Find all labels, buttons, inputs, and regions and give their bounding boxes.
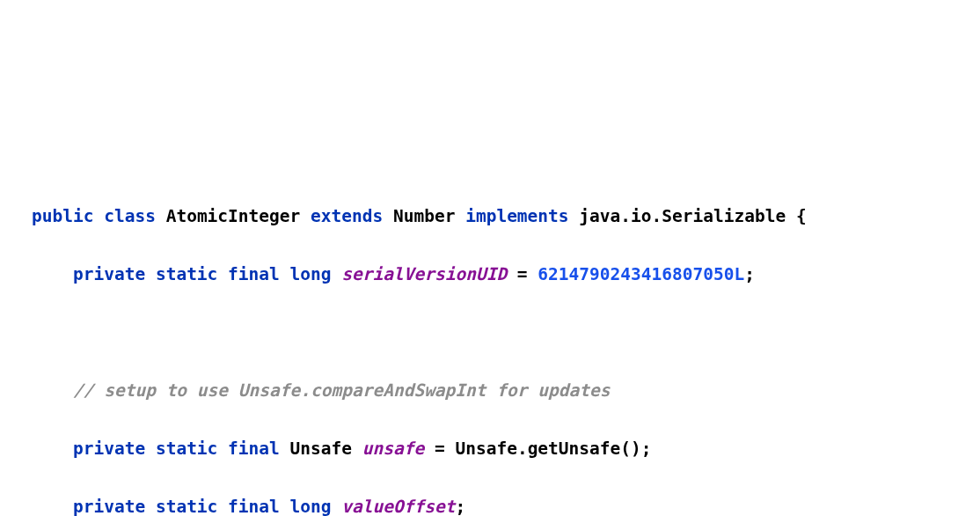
keyword-static: static — [156, 497, 217, 516]
field-serialVersionUID: serialVersionUID — [341, 264, 507, 284]
semicolon: ; — [641, 439, 652, 459]
gutter: ] ] — [0, 27, 35, 516]
code-line[interactable]: private static final long serialVersionU… — [32, 260, 980, 289]
keyword-long: long — [290, 264, 332, 284]
code-line-blank[interactable] — [32, 318, 980, 347]
keyword-private: private — [73, 264, 145, 284]
keyword-private: private — [73, 439, 145, 459]
keyword-private: private — [73, 497, 145, 516]
keyword-static: static — [156, 439, 217, 459]
code-line[interactable]: private static final long valueOffset; — [32, 492, 980, 516]
keyword-extends: extends — [311, 206, 383, 226]
number-literal: 6214790243416807050L — [538, 264, 744, 284]
equals: = — [507, 264, 538, 284]
equals: = — [424, 439, 455, 459]
code-line[interactable]: public class AtomicInteger extends Numbe… — [32, 202, 980, 231]
code-area[interactable]: public class AtomicInteger extends Numbe… — [32, 173, 980, 516]
keyword-public: public — [32, 206, 93, 226]
code-line[interactable]: private static final Unsafe unsafe = Uns… — [32, 434, 980, 463]
class-name: AtomicInteger — [166, 206, 301, 226]
keyword-implements: implements — [465, 206, 568, 226]
keyword-final: final — [228, 264, 280, 284]
keyword-final: final — [228, 439, 280, 459]
type-Unsafe: Unsafe — [290, 439, 352, 459]
brace: { — [796, 206, 807, 226]
keyword-static: static — [156, 264, 217, 284]
code-editor[interactable]: ] ] public class AtomicInteger extends N… — [0, 0, 980, 516]
keyword-long: long — [290, 497, 332, 516]
semicolon: ; — [744, 264, 755, 284]
field-unsafe: unsafe — [362, 439, 424, 459]
keyword-final: final — [228, 497, 280, 516]
semicolon: ; — [455, 497, 465, 516]
comment: // setup to use Unsafe.compareAndSwapInt… — [73, 380, 610, 401]
interface: java.io.Serializable — [579, 206, 786, 226]
keyword-class: class — [104, 206, 156, 226]
superclass: Number — [393, 206, 455, 226]
code-line[interactable]: // setup to use Unsafe.compareAndSwapInt… — [32, 376, 980, 405]
field-valueOffset: valueOffset — [341, 497, 455, 516]
call-getUnsafe: Unsafe.getUnsafe() — [455, 439, 640, 459]
